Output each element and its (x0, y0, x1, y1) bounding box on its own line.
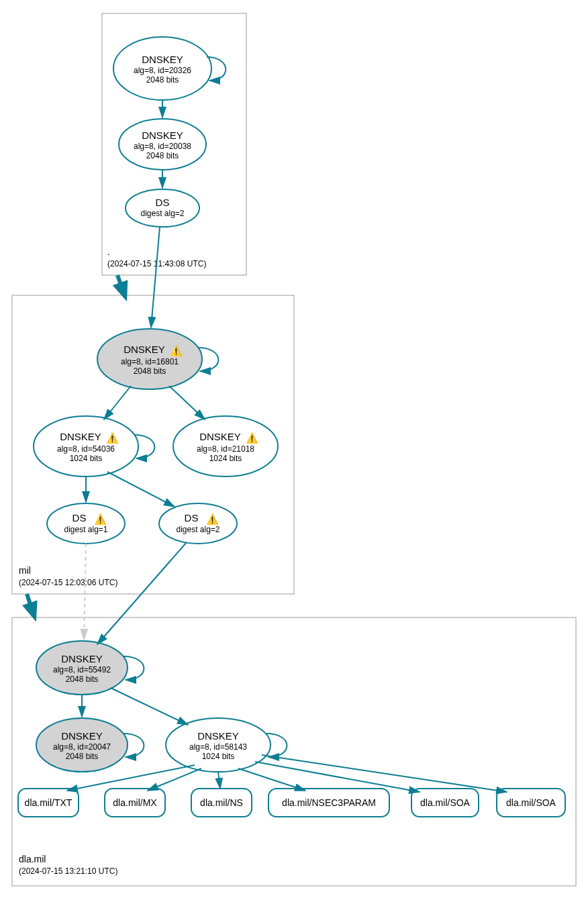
node-dla-key2: DNSKEY alg=8, id=20047 2048 bits (36, 718, 128, 772)
node-dla-ksk: DNSKEY alg=8, id=55492 2048 bits (36, 641, 128, 695)
mil-zsk2-title: DNSKEY (199, 431, 241, 442)
rr-ns-label: dla.mil/NS (200, 797, 243, 808)
rr-nsec3p-label: dla.mil/NSEC3PARAM (282, 797, 376, 808)
rr-soa1-label: dla.mil/SOA (420, 797, 471, 808)
warning-icon: ⚠️ (206, 513, 219, 525)
mil-ksk-line1: alg=8, id=16801 (121, 357, 179, 366)
rr-mx-label: dla.mil/MX (113, 797, 157, 808)
mil-zsk1-line1: alg=8, id=54036 (57, 444, 115, 454)
zone-mil-time: (2024-07-15 12:03:06 UTC) (19, 578, 117, 587)
zone-root-name: . (107, 246, 110, 257)
edge-ds2-dlaksk (97, 542, 187, 644)
zone-dla-name: dla.mil (19, 854, 46, 864)
edge-milksk-zsk2 (169, 386, 205, 419)
warning-icon: ⚠️ (94, 513, 107, 525)
node-root-zsk: DNSKEY alg=8, id=20038 2048 bits (119, 119, 206, 170)
edge-zsk-ns (218, 772, 220, 789)
warning-icon: ⚠️ (170, 345, 183, 357)
dla-zsk-title: DNSKEY (197, 730, 239, 742)
dla-ksk-line2: 2048 bits (66, 674, 99, 684)
node-root-ksk: DNSKEY alg=8, id=20326 2048 bits (113, 37, 211, 100)
node-root-ds: DS digest alg=2 (126, 189, 199, 227)
dla-ksk-title: DNSKEY (61, 653, 103, 664)
edge-ds1-dlaksk-dashed (84, 544, 86, 640)
edge-rootds-milksk (151, 227, 160, 328)
mil-ds2-line1: digest alg=2 (176, 525, 219, 534)
mil-zsk2-line2: 1024 bits (209, 454, 242, 463)
node-mil-ksk: DNSKEY ⚠️ alg=8, id=16801 2048 bits (97, 329, 202, 389)
edge-zsk-nsec3 (238, 768, 305, 791)
dla-zsk-line2: 1024 bits (202, 752, 235, 761)
svg-point-7 (47, 503, 125, 544)
warning-icon: ⚠️ (246, 432, 258, 444)
node-mil-ds2: DS ⚠️ digest alg=2 (159, 503, 237, 544)
root-zsk-line2: 2048 bits (146, 151, 179, 160)
edge-zsk1-ds2 (107, 472, 175, 507)
root-zsk-line1: alg=8, id=20038 (134, 142, 191, 151)
edge-thick-mil-dla (27, 594, 34, 614)
edge-dlaksk-zsk (111, 688, 188, 725)
mil-zsk1-title: DNSKEY (60, 431, 101, 442)
root-ksk-line1: alg=8, id=20326 (134, 66, 191, 75)
dla-key2-line2: 2048 bits (66, 752, 99, 761)
warning-icon: ⚠️ (106, 432, 119, 444)
edge-milksk-zsk1 (104, 386, 131, 419)
mil-ksk-title: DNSKEY (124, 344, 165, 355)
node-dla-zsk: DNSKEY alg=8, id=58143 1024 bits (166, 718, 271, 772)
node-mil-zsk1: DNSKEY ⚠️ alg=8, id=54036 1024 bits (34, 416, 138, 477)
svg-point-8 (159, 503, 237, 544)
root-ds-line1: digest alg=2 (140, 209, 184, 218)
edge-thick-root-mil (117, 275, 124, 294)
node-mil-zsk2: DNSKEY ⚠️ alg=8, id=21018 1024 bits (173, 416, 278, 477)
rr-txt-label: dla.mil/TXT (25, 797, 72, 808)
edge-zsk-mx (148, 768, 201, 791)
mil-zsk1-line2: 1024 bits (70, 454, 103, 463)
zone-mil-name: mil (19, 565, 31, 576)
mil-ds2-title: DS (185, 512, 199, 523)
dla-key2-line1: alg=8, id=20047 (53, 742, 111, 752)
root-ds-title: DS (156, 197, 170, 208)
svg-point-3 (126, 189, 199, 227)
mil-ksk-line2: 2048 bits (134, 366, 166, 376)
root-ksk-line2: 2048 bits (146, 75, 179, 85)
mil-zsk2-line1: alg=8, id=21018 (197, 444, 254, 454)
root-ksk-title: DNSKEY (142, 54, 183, 65)
node-mil-ds1: DS ⚠️ digest alg=1 (47, 503, 125, 544)
edge-zsk-soa2 (262, 755, 507, 792)
dla-key2-title: DNSKEY (61, 730, 103, 742)
rr-soa2-label: dla.mil/SOA (506, 797, 556, 808)
dla-ksk-line1: alg=8, id=55492 (53, 665, 111, 674)
mil-ds1-title: DS (72, 512, 87, 523)
mil-ds1-line1: digest alg=1 (64, 525, 107, 534)
root-zsk-title: DNSKEY (142, 130, 183, 141)
dla-zsk-line1: alg=8, id=58143 (189, 742, 247, 752)
zone-dla-time: (2024-07-15 13:21:10 UTC) (19, 866, 117, 876)
